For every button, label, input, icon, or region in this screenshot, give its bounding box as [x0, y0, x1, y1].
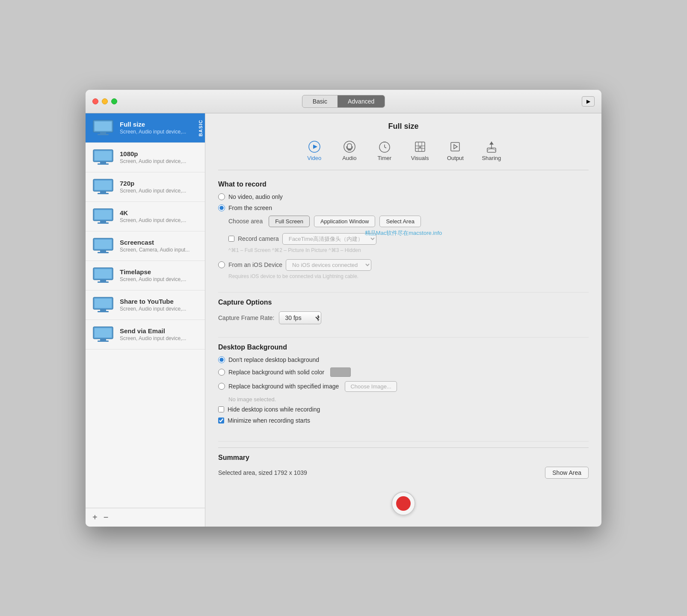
- sidebar-item-timelapse[interactable]: Timelapse Screen, Audio input device,...: [86, 261, 205, 290]
- app-window: Basic Advanced ▶ Full size Sc: [86, 90, 601, 527]
- sidebar-item-send-email[interactable]: Send via Email Screen, Audio input devic…: [86, 320, 205, 349]
- close-button[interactable]: [92, 98, 98, 104]
- tab-basic[interactable]: Basic: [302, 95, 338, 107]
- ios-note: Requires iOS device to be connected via …: [228, 273, 589, 279]
- playback-button[interactable]: ▶: [582, 96, 595, 107]
- sidebar-item-subtitle-1080p: Screen, Audio input device,...: [120, 158, 198, 164]
- add-preset-button[interactable]: +: [92, 512, 98, 522]
- from-ios-label: From an iOS Device: [228, 261, 282, 268]
- monitor-icon-timelapse: [92, 267, 114, 284]
- summary-row: Selected area, sized 1792 x 1039 Show Ar…: [218, 467, 589, 479]
- ios-device-select[interactable]: No iOS devices connected: [286, 259, 371, 271]
- svg-rect-22: [100, 280, 106, 281]
- svg-rect-47: [451, 142, 459, 151]
- minimize-row: Minimize when recording starts: [218, 417, 589, 424]
- monitor-icon-screencast: [92, 237, 114, 255]
- hide-icons-checkbox[interactable]: [218, 406, 224, 412]
- minimize-checkbox[interactable]: [218, 418, 224, 424]
- no-video-row: No video, audio only: [218, 193, 589, 200]
- from-screen-row: From the screen: [218, 204, 589, 211]
- record-camera-checkbox[interactable]: [228, 236, 234, 242]
- minimize-button[interactable]: [102, 98, 108, 104]
- divider-1: [218, 292, 589, 293]
- tab-video-label: Video: [307, 155, 321, 161]
- shortcut-row: ^⌘1 – Full Screen ^⌘2 – Picture In Pictu…: [228, 247, 589, 253]
- no-video-label: No video, audio only: [228, 193, 283, 200]
- maximize-button[interactable]: [111, 98, 117, 104]
- tab-visuals[interactable]: Visuals: [404, 138, 436, 164]
- solid-color-radio[interactable]: [218, 369, 225, 376]
- svg-rect-14: [100, 221, 106, 222]
- monitor-icon-share-youtube: [92, 296, 114, 314]
- select-area-button[interactable]: Select Area: [379, 216, 421, 227]
- tab-timer[interactable]: Timer: [369, 138, 400, 164]
- fps-wrapper: 1 fps 5 fps 10 fps 15 fps 24 fps 25 fps …: [279, 311, 321, 324]
- svg-point-46: [419, 146, 421, 148]
- svg-rect-15: [98, 222, 109, 224]
- sidebar-item-4k[interactable]: 4K Screen, Audio input device,...: [86, 202, 205, 231]
- svg-line-39: [385, 147, 386, 148]
- tab-output[interactable]: Output: [440, 138, 471, 164]
- svg-rect-13: [95, 210, 112, 219]
- svg-rect-25: [95, 299, 112, 308]
- titlebar: Basic Advanced ▶: [86, 90, 601, 113]
- sidebar-item-title-720p: 720p: [120, 180, 198, 187]
- svg-rect-27: [98, 311, 109, 312]
- dont-replace-label: Don't replace desktop background: [228, 356, 319, 363]
- sidebar-item-subtitle-send-email: Screen, Audio input device,...: [120, 335, 198, 341]
- sidebar-item-full-size[interactable]: Full size Screen, Audio input device,...…: [86, 113, 205, 143]
- record-dot: [396, 496, 411, 511]
- dont-replace-row: Don't replace desktop background: [218, 356, 589, 363]
- tab-audio[interactable]: Audio: [334, 138, 365, 164]
- sidebar-item-share-youtube[interactable]: Share to YouTube Screen, Audio input dev…: [86, 290, 205, 320]
- capture-options-section: Capture Options Capture Frame Rate: 1 fp…: [218, 299, 589, 324]
- sidebar-item-text-720p: 720p Screen, Audio input device,...: [120, 180, 198, 194]
- color-swatch[interactable]: [330, 367, 351, 377]
- sidebar-item-screencast[interactable]: Screencast Screen, Camera, Audio input..…: [86, 231, 205, 261]
- svg-rect-3: [98, 134, 109, 135]
- from-screen-radio[interactable]: [218, 204, 225, 211]
- svg-rect-9: [95, 181, 112, 190]
- sidebar-item-title-timelapse: Timelapse: [120, 268, 198, 275]
- sidebar-item-subtitle-timelapse: Screen, Audio input device,...: [120, 276, 198, 282]
- fps-select[interactable]: 1 fps 5 fps 10 fps 15 fps 24 fps 25 fps …: [279, 311, 321, 324]
- from-screen-label: From the screen: [228, 204, 272, 211]
- basic-badge: BASIC: [196, 113, 205, 142]
- specified-image-radio[interactable]: [218, 383, 225, 390]
- no-video-radio[interactable]: [218, 193, 225, 200]
- monitor-icon-send-email: [92, 326, 114, 343]
- svg-rect-7: [98, 163, 109, 165]
- sidebar-item-text-screencast: Screencast Screen, Camera, Audio input..…: [120, 239, 198, 253]
- solid-color-row: Replace background with solid color: [218, 367, 589, 377]
- full-screen-button[interactable]: Full Screen: [269, 216, 310, 227]
- record-button[interactable]: [391, 492, 415, 515]
- svg-rect-17: [95, 240, 112, 249]
- svg-rect-6: [100, 162, 106, 163]
- dont-replace-radio[interactable]: [218, 356, 225, 363]
- tab-sharing[interactable]: Sharing: [475, 138, 508, 164]
- choose-image-button[interactable]: Choose Image...: [345, 381, 397, 392]
- solid-color-label: Replace background with solid color: [228, 369, 324, 376]
- record-camera-row: Record camera FaceTime高清摄像头（内建）: [228, 233, 589, 245]
- audio-icon: [343, 140, 356, 153]
- tab-advanced[interactable]: Advanced: [338, 95, 385, 107]
- sidebar-item-subtitle-share-youtube: Screen, Audio input device,...: [120, 306, 198, 312]
- camera-select[interactable]: FaceTime高清摄像头（内建）: [282, 233, 376, 245]
- sidebar-item-1080p[interactable]: 1080p Screen, Audio input device,...: [86, 143, 205, 172]
- timer-icon: [378, 140, 391, 153]
- tab-visuals-label: Visuals: [411, 155, 429, 161]
- show-area-button[interactable]: Show Area: [545, 467, 589, 479]
- sidebar: Full size Screen, Audio input device,...…: [86, 113, 205, 527]
- summary-section: Summary Selected area, sized 1792 x 1039…: [218, 447, 589, 479]
- from-ios-radio[interactable]: [218, 261, 225, 268]
- remove-preset-button[interactable]: −: [104, 512, 109, 522]
- monitor-icon-4k: [92, 208, 114, 225]
- ios-row: From an iOS Device No iOS devices connec…: [218, 259, 589, 271]
- sidebar-item-720p[interactable]: 720p Screen, Audio input device,...: [86, 172, 205, 202]
- app-window-button[interactable]: Application Window: [314, 216, 375, 227]
- sidebar-item-title-4k: 4K: [120, 209, 198, 216]
- desktop-background-section: Desktop Background Don't replace desktop…: [218, 344, 589, 428]
- tab-video[interactable]: Video: [299, 138, 330, 164]
- hide-icons-row: Hide desktop icons while recording: [218, 406, 589, 413]
- right-panel: Full size Video: [205, 113, 601, 527]
